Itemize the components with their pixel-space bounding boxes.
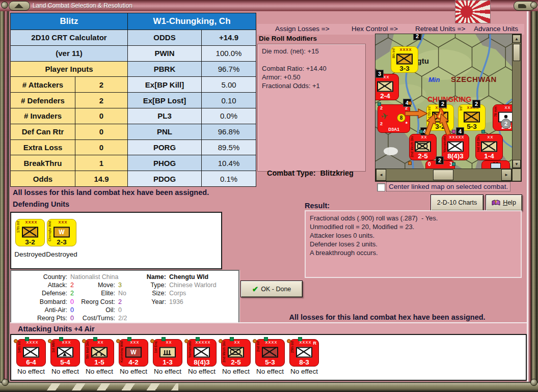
unit-status-label: No effect bbox=[286, 368, 322, 375]
unit-counter[interactable]: 2nd Mech DivXX2-5 bbox=[409, 134, 437, 160]
action-assign-losses[interactable]: Assign Losses => bbox=[275, 25, 330, 33]
green-status-dot bbox=[25, 337, 29, 341]
scroll-left-button[interactable]: ◄ bbox=[376, 169, 386, 181]
vertical-scroll-thumb[interactable] bbox=[513, 44, 520, 61]
action-hex-control[interactable]: Hex Control => bbox=[352, 25, 398, 33]
result-line: Attacker loses 0 units. bbox=[306, 232, 521, 240]
hex-stack-badge: 2 bbox=[413, 34, 421, 40]
hex-stack-badge: 2 bbox=[439, 100, 447, 108]
info-field-label: Anti-Air: bbox=[13, 306, 67, 314]
info-field-label: Elite: bbox=[62, 290, 115, 297]
unit-counter[interactable]: Chengtu WldXXXW2-3 bbox=[47, 219, 76, 246]
die-modifier-line: Die mod. (net): +15 bbox=[258, 47, 365, 56]
attacking-units-strip: Attacking Units +4 Air bbox=[10, 322, 527, 335]
mech-symbol-icon bbox=[415, 141, 431, 152]
action-retreat-units[interactable]: Retreat Units => bbox=[415, 25, 465, 33]
hex-stack-badge: 2 bbox=[436, 156, 444, 164]
inf-symbol-icon bbox=[481, 141, 497, 152]
unit-counter[interactable]: 2nd InfXXXX5-3 bbox=[255, 339, 285, 367]
unit-echelon: XX bbox=[225, 340, 249, 345]
result-line: A breakthrough occurs. bbox=[306, 249, 521, 258]
horizontal-scroll-thumb[interactable] bbox=[433, 170, 453, 180]
crt-output-value: 89.5% bbox=[202, 140, 256, 156]
green-status-dot bbox=[298, 337, 302, 341]
action-advance-units[interactable]: Advance Units bbox=[474, 25, 518, 33]
result-line: Unmodified roll = 20, Modified = 23. bbox=[306, 223, 521, 232]
crt-input-value: 14.9 bbox=[75, 171, 128, 187]
hex-corner-dot bbox=[481, 130, 485, 133]
help-button[interactable]: ? Help bbox=[486, 194, 522, 211]
unit-combat-value: 2-5 bbox=[222, 358, 250, 366]
crt-output-label: ODDS bbox=[128, 30, 202, 46]
map-vertical-scrollbar[interactable]: ▲ ▼ bbox=[512, 34, 521, 169]
info-field-value: 3 bbox=[118, 282, 122, 289]
die-modifier-line: Armor: +0.50 bbox=[258, 73, 365, 82]
unit-counter[interactable]: YamamotoXXXXX8(4)3 bbox=[442, 134, 469, 160]
frame-stripes-decoration bbox=[36, 383, 178, 390]
crt-calc-title: 2D10 CRT Calculator bbox=[11, 30, 128, 46]
inf-symbol-icon bbox=[447, 141, 464, 152]
hex-stack-badge: 4 bbox=[456, 127, 464, 135]
ok-done-button[interactable]: ✔ OK - Done bbox=[240, 281, 303, 297]
unit-counter[interactable]: 5th Mot DivXX1-5 bbox=[85, 339, 114, 367]
scroll-right-button[interactable]: ► bbox=[501, 169, 512, 181]
info-field-value: Corps bbox=[169, 290, 186, 297]
map-viewport[interactable]: Chengtu Min SZECHWAN CHUNGKING 234224428… bbox=[375, 34, 512, 169]
air-asterisk: * bbox=[406, 121, 408, 127]
unit-status-label: No effect bbox=[150, 368, 185, 375]
scrollbar-corner bbox=[512, 169, 521, 181]
defending-units-title: Defending Units bbox=[13, 200, 69, 208]
crt-input-label: Extra Loss bbox=[11, 140, 75, 156]
combat-type-label: Combat Type: bbox=[267, 169, 316, 177]
center-map-checkbox-label[interactable]: Center linked map on selected combat. bbox=[386, 182, 510, 191]
scroll-down-button[interactable]: ▼ bbox=[513, 160, 521, 168]
phase-actions-bar: Assign Losses =>Hex Control =>Retreat Un… bbox=[257, 24, 524, 35]
unit-counter[interactable]: 17th InfXXXX3-2 bbox=[15, 219, 45, 246]
screw-icon bbox=[1, 2, 8, 9]
unit-status-label: No effect bbox=[116, 368, 151, 375]
info-field-label: Type: bbox=[131, 282, 166, 289]
unit-counter[interactable]: Kunming WldXXXW4-2 bbox=[119, 339, 148, 367]
info-field-label: Name: bbox=[131, 273, 166, 281]
hex-corner-dot bbox=[378, 102, 381, 106]
die-modifier-line: Combat Ratio: +14.40 bbox=[258, 65, 365, 73]
center-map-checkbox[interactable] bbox=[377, 183, 385, 191]
unit-counter[interactable]: 1st MtnXXX5-4 bbox=[50, 339, 80, 367]
unit-echelon: XX bbox=[89, 340, 113, 345]
window-control-icon bbox=[518, 4, 526, 8]
crt-output-value: 5.00 bbox=[202, 77, 256, 93]
air-rating-badge: 8 bbox=[397, 114, 406, 122]
map-panel[interactable]: Chengtu Min SZECHWAN CHUNGKING 234224428… bbox=[375, 34, 522, 182]
window-frame-right bbox=[527, 0, 538, 392]
unit-combat-value: 1-5 bbox=[85, 358, 114, 366]
unit-status-label: No effect bbox=[218, 368, 254, 375]
scroll-up-button[interactable]: ▲ bbox=[513, 35, 521, 43]
hex-corner-dot bbox=[452, 162, 455, 166]
map-horizontal-scrollbar[interactable]: ◄ ► bbox=[375, 169, 512, 181]
window-menu-button[interactable] bbox=[9, 1, 30, 11]
crt-input-label: Def Can Rtr bbox=[11, 124, 75, 140]
down-arrow-icon: ▼ bbox=[515, 162, 519, 166]
unit-combat-value: 2-5 bbox=[410, 152, 436, 160]
unit-counter[interactable]: YamamotoXXXXX8(4)3 bbox=[187, 339, 217, 367]
unit-counter[interactable]: 25th InfXXXXR8-3 bbox=[289, 339, 319, 367]
unit-counter[interactable]: Ind Inf DivXX1-4 bbox=[475, 134, 503, 160]
charts-button[interactable]: 2-D-10 Charts bbox=[431, 194, 483, 211]
crt-output-value: 96.7% bbox=[202, 62, 256, 77]
crt-output-value: 100.0% bbox=[202, 46, 256, 62]
info-field-label: Defense: bbox=[13, 290, 67, 297]
unit-counter[interactable]: 1st EngXX1-3 bbox=[153, 339, 182, 367]
unit-counter[interactable]: 8th InfXXXX3-3 bbox=[391, 46, 418, 73]
orange-status-dot bbox=[116, 339, 120, 343]
unit-status-label: No effect bbox=[82, 368, 117, 375]
mech-symbol-icon bbox=[228, 347, 244, 357]
right-arrow-icon: ► bbox=[504, 173, 508, 177]
green-status-dot bbox=[264, 337, 268, 341]
info-field-label: Size: bbox=[131, 290, 166, 297]
partial-unit-symbol bbox=[491, 163, 501, 169]
unit-counter[interactable]: 2nd Mech DivXX2-5 bbox=[221, 339, 251, 367]
combat-type-row: Combat Type:Blitzkrieg bbox=[267, 169, 354, 177]
info-field-value: 2/2 bbox=[118, 315, 127, 322]
unit-counter[interactable]: 14th InfXXXX6-4 bbox=[16, 339, 46, 367]
up-arrow-icon: ▲ bbox=[515, 37, 519, 41]
